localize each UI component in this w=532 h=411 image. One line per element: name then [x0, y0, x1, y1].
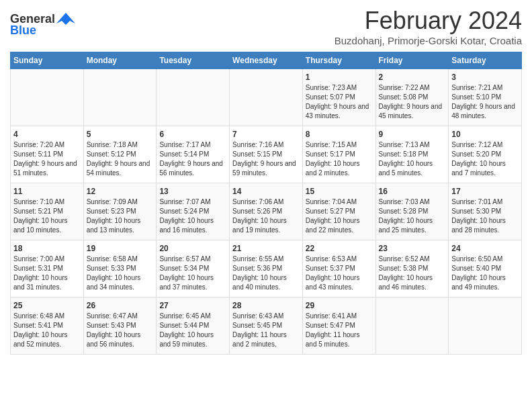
day-number: 9: [379, 130, 446, 139]
calendar-week-row: 4Sunrise: 7:20 AMSunset: 5:11 PMDaylight…: [11, 126, 522, 183]
day-info: Sunrise: 7:06 AMSunset: 5:26 PMDaylight:…: [232, 197, 300, 235]
day-info: Sunrise: 6:58 AMSunset: 5:33 PMDaylight:…: [87, 255, 154, 292]
day-info: Sunrise: 7:00 AMSunset: 5:31 PMDaylight:…: [13, 255, 81, 292]
day-number: 27: [159, 301, 226, 310]
calendar-cell: 25Sunrise: 6:48 AMSunset: 5:41 PMDayligh…: [11, 298, 84, 355]
day-info: Sunrise: 7:01 AMSunset: 5:30 PMDaylight:…: [451, 197, 519, 235]
day-number: 6: [159, 130, 226, 139]
day-number: 8: [306, 130, 373, 139]
calendar-cell: 2Sunrise: 7:22 AMSunset: 5:08 PMDaylight…: [375, 69, 449, 126]
day-number: 17: [451, 187, 519, 196]
calendar-cell: [449, 298, 522, 355]
day-info: Sunrise: 6:41 AMSunset: 5:47 PMDaylight:…: [306, 312, 373, 349]
header-friday: Friday: [375, 52, 449, 69]
day-info: Sunrise: 7:15 AMSunset: 5:17 PMDaylight:…: [306, 140, 373, 178]
day-info: Sunrise: 7:16 AMSunset: 5:15 PMDaylight:…: [232, 140, 300, 178]
day-info: Sunrise: 7:03 AMSunset: 5:28 PMDaylight:…: [379, 197, 446, 235]
day-info: Sunrise: 6:48 AMSunset: 5:41 PMDaylight:…: [13, 312, 81, 349]
calendar-cell: 8Sunrise: 7:15 AMSunset: 5:17 PMDaylight…: [302, 126, 375, 183]
day-number: 10: [451, 130, 519, 139]
calendar-cell: 22Sunrise: 6:53 AMSunset: 5:37 PMDayligh…: [302, 240, 375, 298]
day-number: 25: [13, 301, 81, 310]
calendar-cell: 26Sunrise: 6:47 AMSunset: 5:43 PMDayligh…: [83, 298, 157, 355]
day-info: Sunrise: 7:12 AMSunset: 5:20 PMDaylight:…: [451, 140, 519, 178]
day-number: 16: [379, 187, 446, 196]
day-number: 11: [13, 187, 81, 196]
calendar-cell: 5Sunrise: 7:18 AMSunset: 5:12 PMDaylight…: [83, 126, 157, 183]
day-info: Sunrise: 7:20 AMSunset: 5:11 PMDaylight:…: [13, 140, 81, 178]
day-number: 23: [379, 244, 446, 253]
location-subtitle: Buzdohanj, Primorje-Gorski Kotar, Croati…: [335, 35, 522, 46]
logo: General Blue: [10, 12, 75, 38]
calendar-cell: 6Sunrise: 7:17 AMSunset: 5:14 PMDaylight…: [157, 126, 230, 183]
day-number: 20: [159, 244, 226, 253]
calendar-cell: [375, 298, 449, 355]
calendar-cell: 3Sunrise: 7:21 AMSunset: 5:10 PMDaylight…: [449, 69, 522, 126]
calendar-cell: 4Sunrise: 7:20 AMSunset: 5:11 PMDaylight…: [11, 126, 84, 183]
day-info: Sunrise: 6:57 AMSunset: 5:34 PMDaylight:…: [159, 255, 226, 292]
day-number: 24: [451, 244, 519, 253]
day-number: 4: [13, 130, 81, 139]
calendar-cell: 11Sunrise: 7:10 AMSunset: 5:21 PMDayligh…: [11, 183, 84, 240]
month-year-title: February 2024: [335, 7, 522, 35]
calendar-week-row: 1Sunrise: 7:23 AMSunset: 5:07 PMDaylight…: [11, 69, 522, 126]
day-info: Sunrise: 6:52 AMSunset: 5:38 PMDaylight:…: [379, 255, 446, 292]
calendar-week-row: 18Sunrise: 7:00 AMSunset: 5:31 PMDayligh…: [11, 240, 522, 298]
calendar-cell: 14Sunrise: 7:06 AMSunset: 5:26 PMDayligh…: [230, 183, 303, 240]
calendar-cell: [83, 69, 157, 126]
day-info: Sunrise: 7:09 AMSunset: 5:23 PMDaylight:…: [87, 197, 154, 235]
header-thursday: Thursday: [302, 52, 375, 69]
day-number: 7: [232, 130, 300, 139]
header-monday: Monday: [83, 52, 157, 69]
calendar-cell: 20Sunrise: 6:57 AMSunset: 5:34 PMDayligh…: [157, 240, 230, 298]
day-number: 14: [232, 187, 300, 196]
day-info: Sunrise: 6:47 AMSunset: 5:43 PMDaylight:…: [87, 312, 154, 349]
calendar-cell: 13Sunrise: 7:07 AMSunset: 5:24 PMDayligh…: [157, 183, 230, 240]
day-info: Sunrise: 7:17 AMSunset: 5:14 PMDaylight:…: [159, 140, 226, 178]
header-tuesday: Tuesday: [157, 52, 230, 69]
calendar-week-row: 11Sunrise: 7:10 AMSunset: 5:21 PMDayligh…: [11, 183, 522, 240]
day-number: 12: [87, 187, 154, 196]
header-wednesday: Wednesday: [230, 52, 303, 69]
header-sunday: Sunday: [11, 52, 84, 69]
day-number: 28: [232, 301, 300, 310]
day-number: 1: [306, 73, 373, 82]
calendar-header-row: Sunday Monday Tuesday Wednesday Thursday…: [11, 52, 522, 69]
calendar-cell: 28Sunrise: 6:43 AMSunset: 5:45 PMDayligh…: [230, 298, 303, 355]
calendar-cell: 18Sunrise: 7:00 AMSunset: 5:31 PMDayligh…: [11, 240, 84, 298]
calendar-table: Sunday Monday Tuesday Wednesday Thursday…: [10, 52, 522, 355]
calendar-cell: [157, 69, 230, 126]
day-number: 15: [306, 187, 373, 196]
day-info: Sunrise: 7:18 AMSunset: 5:12 PMDaylight:…: [87, 140, 154, 178]
day-info: Sunrise: 6:50 AMSunset: 5:40 PMDaylight:…: [451, 255, 519, 292]
day-number: 3: [451, 73, 519, 82]
day-info: Sunrise: 6:45 AMSunset: 5:44 PMDaylight:…: [159, 312, 226, 349]
logo-blue-text: Blue: [10, 24, 36, 38]
header-saturday: Saturday: [449, 52, 522, 69]
day-number: 21: [232, 244, 300, 253]
calendar-cell: 10Sunrise: 7:12 AMSunset: 5:20 PMDayligh…: [449, 126, 522, 183]
calendar-cell: 7Sunrise: 7:16 AMSunset: 5:15 PMDaylight…: [230, 126, 303, 183]
day-number: 18: [13, 244, 81, 253]
calendar-cell: 17Sunrise: 7:01 AMSunset: 5:30 PMDayligh…: [449, 183, 522, 240]
day-number: 5: [87, 130, 154, 139]
calendar-cell: [11, 69, 84, 126]
header: General Blue February 2024 Buzdohanj, Pr…: [10, 7, 522, 46]
calendar-week-row: 25Sunrise: 6:48 AMSunset: 5:41 PMDayligh…: [11, 298, 522, 355]
day-info: Sunrise: 6:43 AMSunset: 5:45 PMDaylight:…: [232, 312, 300, 349]
calendar-cell: 19Sunrise: 6:58 AMSunset: 5:33 PMDayligh…: [83, 240, 157, 298]
day-number: 22: [306, 244, 373, 253]
day-number: 29: [306, 301, 373, 310]
calendar-cell: 16Sunrise: 7:03 AMSunset: 5:28 PMDayligh…: [375, 183, 449, 240]
day-number: 19: [87, 244, 154, 253]
calendar-cell: 23Sunrise: 6:52 AMSunset: 5:38 PMDayligh…: [375, 240, 449, 298]
calendar-cell: 24Sunrise: 6:50 AMSunset: 5:40 PMDayligh…: [449, 240, 522, 298]
title-area: February 2024 Buzdohanj, Primorje-Gorski…: [335, 7, 522, 46]
calendar-cell: 12Sunrise: 7:09 AMSunset: 5:23 PMDayligh…: [83, 183, 157, 240]
day-number: 26: [87, 301, 154, 310]
logo-bird-icon: [56, 11, 75, 26]
day-info: Sunrise: 7:10 AMSunset: 5:21 PMDaylight:…: [13, 197, 81, 235]
day-info: Sunrise: 7:22 AMSunset: 5:08 PMDaylight:…: [379, 83, 446, 121]
svg-marker-0: [56, 13, 75, 25]
calendar-cell: 21Sunrise: 6:55 AMSunset: 5:36 PMDayligh…: [230, 240, 303, 298]
